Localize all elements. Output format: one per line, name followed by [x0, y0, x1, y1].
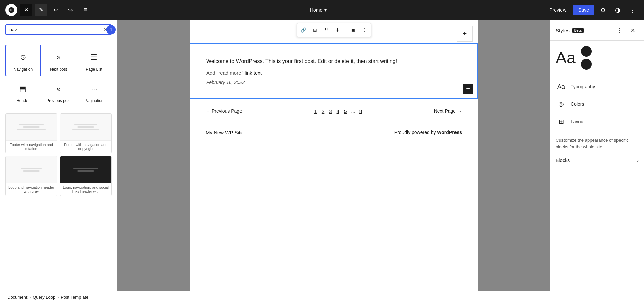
prev-page-label: ← Previous Page: [206, 108, 242, 114]
redo-button[interactable]: ↪: [64, 4, 76, 16]
post-date: February 16, 2022: [206, 80, 461, 85]
read-more-line: Add "read more" link text: [206, 70, 461, 76]
pattern-footer-nav-citation[interactable]: Footer with navigation and citation: [5, 113, 57, 153]
next-post-icon: »: [50, 49, 66, 66]
style-label-layout: Layout: [571, 119, 585, 124]
block-label-page-list: Page List: [86, 67, 102, 72]
site-footer: My New WP Site Proudly powered by WordPr…: [190, 123, 478, 142]
previous-page-link[interactable]: ← Previous Page: [206, 108, 242, 114]
toolbar-divider: [345, 26, 345, 34]
undo-button[interactable]: ↩: [50, 4, 62, 16]
breadcrumb-document[interactable]: Document: [5, 295, 29, 300]
top-bar-center: Home ▾: [94, 7, 543, 13]
settings-button[interactable]: ⚙: [597, 4, 609, 16]
block-label-navigation: Navigation: [13, 67, 33, 72]
page-num-4[interactable]: 4: [335, 107, 341, 115]
block-label-previous-post: Previous post: [46, 98, 71, 103]
save-button[interactable]: Save: [573, 5, 594, 15]
page-ellipsis: ...: [350, 107, 357, 115]
footer-wp-link[interactable]: WordPress: [437, 130, 462, 135]
pattern-footer-nav-copyright[interactable]: Footer with navigation and copyright: [60, 113, 112, 153]
block-label-next-post: Next post: [50, 67, 67, 72]
block-item-pagination[interactable]: ··· Pagination: [76, 76, 112, 108]
toolbar-link-button[interactable]: 🔗: [298, 25, 309, 35]
home-label: Home: [310, 7, 322, 13]
style-option-typography[interactable]: Aa Typography: [550, 78, 644, 95]
blocks-label: Blocks: [556, 158, 570, 163]
next-page-link[interactable]: Next Page →: [434, 108, 462, 114]
color-dots: [581, 46, 592, 70]
block-item-next-post[interactable]: » Next post: [41, 45, 76, 76]
breadcrumb-query-loop[interactable]: Query Loop: [31, 295, 57, 300]
left-sidebar: nav ✕ 1 ⊙ Navigation » Next post ☰ Page …: [0, 20, 117, 291]
block-label-header: Header: [16, 98, 30, 103]
next-page-label: Next Page →: [434, 108, 462, 114]
powered-text: Proudly powered by: [394, 130, 436, 135]
toolbar-more-button[interactable]: ⋮: [359, 25, 370, 35]
page-num-2[interactable]: 2: [320, 107, 326, 115]
add-block-bottom-button[interactable]: +: [463, 84, 473, 94]
block-item-header[interactable]: ⬒ Header: [5, 76, 41, 108]
theme-toggle-button[interactable]: ◑: [612, 4, 624, 16]
search-wrapper: nav ✕ 1: [5, 24, 112, 35]
block-item-navigation[interactable]: ⊙ Navigation: [5, 45, 41, 76]
pattern-logo-nav-social[interactable]: Logo, navigation, and social links heade…: [60, 156, 112, 196]
patterns-section: Footer with navigation and citation Foot…: [0, 113, 117, 291]
preview-button[interactable]: Preview: [545, 5, 570, 15]
type-preview: Aa: [556, 49, 576, 67]
style-option-colors[interactable]: ◎ Colors: [550, 95, 644, 113]
beta-badge: Beta: [572, 28, 584, 33]
styles-close-button[interactable]: ✕: [627, 24, 639, 36]
page-num-1[interactable]: 1: [312, 107, 319, 115]
block-toolbar: 🔗 ⊞ ⠿ ⬍ ▣ ⋮: [297, 23, 371, 37]
pattern-logo-nav-gray[interactable]: Logo and navigation header with gray: [5, 156, 57, 196]
pattern-preview-2: [60, 114, 112, 140]
home-dropdown[interactable]: Home ▾: [310, 7, 327, 13]
page-num-8[interactable]: 8: [357, 107, 364, 115]
pattern-label-3: Logo and navigation header with gray: [6, 183, 57, 196]
blocks-row[interactable]: Blocks ›: [550, 154, 644, 166]
post-content-block[interactable]: Welcome to WordPress. This is your first…: [190, 43, 478, 99]
styles-title-row: Styles Beta: [556, 28, 584, 33]
chevron-down-icon: ▾: [324, 7, 327, 13]
editor-canvas[interactable]: 🔗 ⊞ ⠿ ⬍ ▣ ⋮ + Welcome to Wor: [117, 20, 550, 291]
read-more-link-text[interactable]: link text: [245, 70, 262, 76]
block-item-previous-post[interactable]: « Previous post: [41, 76, 76, 108]
editor-area: 🔗 ⊞ ⠿ ⬍ ▣ ⋮ + Welcome to Wor: [117, 20, 550, 291]
pagination-numbers: 1 2 3 4 5 ... 8: [312, 107, 364, 115]
pattern-preview-3: [6, 156, 57, 183]
page-num-5[interactable]: 5: [342, 107, 349, 115]
typography-icon: Aa: [556, 81, 567, 92]
top-bar: ✕ ✎ ↩ ↪ ≡ Home ▾ Preview Save ⚙ ◑ ⋮: [0, 0, 644, 20]
block-item-page-list[interactable]: ☰ Page List: [76, 45, 112, 76]
menu-button[interactable]: ≡: [79, 4, 91, 16]
pattern-label-1: Footer with navigation and citation: [6, 140, 57, 153]
block-label-pagination: Pagination: [85, 98, 104, 103]
footer-powered-text: Proudly powered by WordPress: [394, 130, 462, 135]
styles-description: Customize the appearance of specific blo…: [550, 133, 644, 154]
styles-preview: Aa: [550, 41, 644, 75]
top-bar-right: Preview Save ⚙ ◑ ⋮: [545, 4, 639, 16]
toolbar-drag-button[interactable]: ⠿: [321, 25, 332, 35]
toolbar-move-button[interactable]: ⬍: [332, 25, 343, 35]
footer-site-name[interactable]: My New WP Site: [206, 130, 243, 135]
style-option-layout[interactable]: ⊞ Layout: [550, 113, 644, 130]
page-list-icon: ☰: [86, 49, 102, 66]
styles-options: Aa Typography ◎ Colors ⊞ Layout: [550, 75, 644, 133]
add-block-top-button[interactable]: +: [457, 26, 473, 42]
edit-button[interactable]: ✎: [35, 4, 47, 16]
toolbar-transform-button[interactable]: ⊞: [310, 25, 320, 35]
close-button[interactable]: ✕: [20, 4, 32, 16]
more-options-button[interactable]: ⋮: [627, 4, 639, 16]
search-input[interactable]: nav: [9, 27, 104, 32]
page-num-3[interactable]: 3: [327, 107, 334, 115]
editor-content: 🔗 ⊞ ⠿ ⬍ ▣ ⋮ + Welcome to Wor: [190, 20, 478, 291]
navigation-icon: ⊙: [15, 49, 31, 66]
block-grid: ⊙ Navigation » Next post ☰ Page List ⬒ H…: [0, 39, 117, 113]
pattern-preview-4: [60, 156, 112, 183]
breadcrumb-post-template[interactable]: Post Template: [59, 295, 90, 300]
toolbar-align-button[interactable]: ▣: [347, 25, 358, 35]
pattern-preview-1: [6, 114, 57, 140]
styles-more-button[interactable]: ⋮: [613, 24, 625, 36]
read-more-plain-text: Add "read more": [206, 70, 243, 76]
